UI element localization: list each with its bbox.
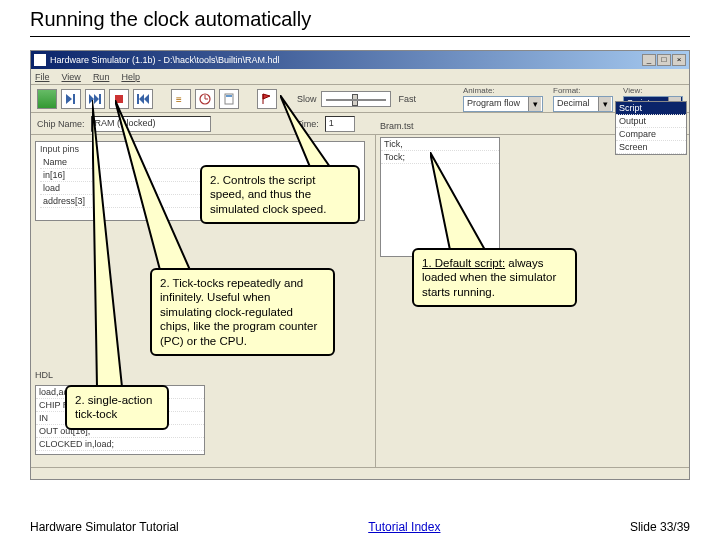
callout-pointer-icon: [430, 152, 500, 252]
view-option[interactable]: Output: [616, 115, 686, 128]
app-icon: [34, 54, 46, 66]
svg-marker-5: [280, 95, 330, 167]
titlebar: Hardware Simulator (1.1b) - D:\hack\tool…: [31, 51, 689, 69]
callout-pointer-icon: [92, 100, 132, 390]
animate-label: Animate:: [463, 86, 543, 95]
menubar: File View Run Help: [31, 69, 689, 85]
maximize-button[interactable]: □: [657, 54, 671, 66]
minimize-button[interactable]: _: [642, 54, 656, 66]
view-option[interactable]: Screen: [616, 141, 686, 154]
view-dropdown-list: Script Output Compare Screen: [615, 101, 687, 155]
chip-label: Chip Name:: [37, 119, 85, 129]
script-title: Bram.tst: [380, 121, 414, 131]
statusbar: [31, 467, 689, 479]
close-button[interactable]: ×: [672, 54, 686, 66]
title-underline: [30, 36, 690, 37]
footer: Hardware Simulator Tutorial Tutorial Ind…: [30, 520, 690, 534]
menu-help[interactable]: Help: [121, 72, 140, 82]
hdl-line: CLOCKED in,load;: [36, 438, 204, 451]
svg-rect-4: [226, 95, 232, 97]
window-title: Hardware Simulator (1.1b) - D:\hack\tool…: [50, 55, 280, 65]
callout-speed: 2. Controls the script speed, and thus t…: [200, 165, 360, 224]
svg-marker-7: [92, 100, 122, 387]
svg-marker-8: [430, 152, 485, 250]
calc-button[interactable]: [219, 89, 239, 109]
flag-button[interactable]: [257, 89, 277, 109]
menu-view[interactable]: View: [62, 72, 81, 82]
hdl-title: HDL: [35, 370, 53, 380]
single-step-button[interactable]: [61, 89, 81, 109]
tutorial-index-link[interactable]: Tutorial Index: [368, 520, 440, 534]
format-label: Format:: [553, 86, 613, 95]
callout-ticktocks: 2. Tick-tocks repeatedly and infinitely.…: [150, 268, 335, 356]
footer-left: Hardware Simulator Tutorial: [30, 520, 179, 534]
script-line: Tick,: [381, 138, 499, 151]
slide-number: Slide 33/39: [630, 520, 690, 534]
callout-single-action: 2. single-action tick-tock: [65, 385, 169, 430]
chip-button[interactable]: [37, 89, 57, 109]
view-label: View:: [623, 86, 683, 95]
view-option[interactable]: Script: [616, 102, 686, 115]
callout-default-script: 1. Default script: always loaded when th…: [412, 248, 577, 307]
view-option[interactable]: Compare: [616, 128, 686, 141]
menu-run[interactable]: Run: [93, 72, 110, 82]
format-dropdown[interactable]: Decimal: [553, 96, 613, 112]
slide-title: Running the clock automatically: [30, 8, 311, 31]
window-controls: _ □ ×: [642, 54, 686, 66]
menu-file[interactable]: File: [35, 72, 50, 82]
animate-dropdown[interactable]: Program flow: [463, 96, 543, 112]
callout-pointer-icon: [280, 95, 350, 170]
fast-label: Fast: [399, 94, 417, 104]
